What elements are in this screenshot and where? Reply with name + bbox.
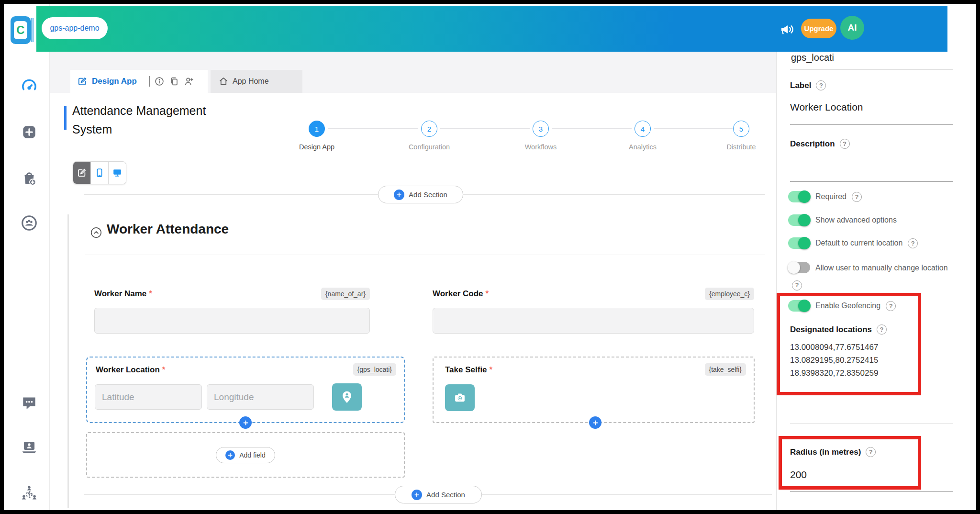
worker-code-field-tag: {employee_c} [705,288,754,300]
label-property-title: Label [790,81,811,90]
app-name-pill[interactable]: gps-app-demo [42,17,108,39]
label-property-value[interactable]: Worker Location [790,101,863,113]
help-icon[interactable]: ? [792,280,802,291]
tab-app-home[interactable]: App Home [211,70,302,93]
required-toggle[interactable] [788,191,810,202]
worker-location-label: Worker Location [96,365,160,374]
clappia-logo: C [11,15,34,46]
tab-design-app[interactable]: Design App [70,70,208,93]
dashboard-icon[interactable] [20,77,39,96]
marketplace-bag-icon[interactable] [20,168,39,188]
required-asterisk: * [486,289,489,298]
plus-icon [412,490,422,500]
longitude-input[interactable] [207,384,314,410]
geofencing-toggle-row: Enable Geofencing ? [788,300,896,312]
add-section-button-bottom[interactable]: Add Section [395,486,482,503]
add-user-icon[interactable] [184,76,194,87]
get-location-button[interactable] [332,383,362,411]
help-icon[interactable]: ? [908,238,918,248]
advanced-options-toggle-row: Show advanced options [788,214,897,226]
worker-name-input[interactable] [94,308,370,334]
community-help-icon[interactable] [20,483,39,503]
underline [790,124,953,125]
add-field-after-location-button[interactable] [239,416,252,429]
description-input-underline[interactable] [790,181,953,182]
camera-button[interactable] [445,384,475,411]
location-pin-person-icon [340,390,354,404]
design-canvas: Design App [49,52,776,510]
stepper-step-workflows[interactable]: 3 Workflows [505,121,577,151]
designated-location-value[interactable]: 13.0008094,77.6751467 [790,343,878,352]
stepper-step-distribute[interactable]: 5 Distribute [708,121,775,151]
plus-icon [225,450,235,460]
edit-mode-button[interactable] [73,162,91,184]
radius-value[interactable]: 200 [790,469,807,480]
stepper-step-configuration[interactable]: 2 Configuration [393,121,465,151]
worker-location-field-tag: {gps_locati} [353,363,396,376]
designated-location-value[interactable]: 18.9398320,72.8350259 [790,369,878,378]
app-window: C [0,0,980,514]
help-icon[interactable]: ? [866,447,876,457]
label-property-row: Label ? [790,80,826,90]
take-selfie-label: Take Selfie [445,365,487,374]
edit-pencil-icon [77,76,88,87]
user-avatar[interactable]: AI [840,16,864,40]
announcements-icon[interactable] [779,21,795,37]
designated-location-value[interactable]: 13.0829195,80.2752415 [790,356,878,365]
take-selfie-field-tag: {take_selfi} [705,363,746,376]
required-asterisk: * [162,365,166,374]
help-icon[interactable]: ? [840,139,850,149]
worker-name-label: Worker Name [94,289,146,298]
add-section-button-top[interactable]: Add Section [378,186,463,203]
logo-letter: C [14,21,27,39]
logo-stripes-decoration [31,18,34,42]
radius-row: Radius (in metres) ? [790,447,876,457]
allow-manual-location-toggle[interactable] [788,262,810,273]
description-property-row: Description ? [790,139,850,149]
tab-divider [149,76,150,87]
help-icon[interactable]: ? [886,301,896,311]
workplace-users-icon[interactable] [20,213,39,233]
worker-location-field-block[interactable]: Worker Location* {gps_locati} [86,357,405,423]
worker-code-label: Worker Code [433,289,483,298]
plus-icon [394,190,404,200]
field-internal-name: gps_locati [791,52,834,63]
stepper-step-design-app[interactable]: 1 Design App [281,121,353,151]
worker-name-field-tag: {name_of_ar} [321,288,370,300]
collapse-section-icon[interactable] [90,226,102,239]
highlight-box-radius [779,436,921,490]
info-icon[interactable] [154,76,165,87]
chat-support-icon[interactable] [20,393,39,413]
stepper-step-analytics[interactable]: 4 Analytics [607,121,679,151]
add-field-after-selfie-button[interactable] [589,416,601,429]
desktop-preview-button[interactable] [109,162,126,184]
upgrade-button[interactable]: Upgrade [801,19,836,38]
required-toggle-row: Required ? [788,191,862,202]
left-sidebar: C [4,4,50,510]
help-icon[interactable]: ? [877,324,887,335]
home-icon [218,76,229,87]
empty-field-slot: Add field [86,432,405,478]
training-laptop-icon[interactable] [20,438,39,458]
worker-code-input[interactable] [433,308,754,334]
help-icon[interactable]: ? [816,80,826,90]
latitude-input[interactable] [95,384,202,410]
default-location-toggle-row: Default to current location ? [788,237,918,249]
section-left-rail [67,214,69,508]
device-preview-toggle [73,161,126,184]
section-underline [85,255,765,255]
help-icon[interactable]: ? [852,192,862,202]
underline [790,69,953,69]
default-to-current-location-toggle[interactable] [788,237,810,249]
designated-locations-title: Designated locations [790,325,872,335]
radius-title: Radius (in metres) [790,447,861,457]
add-field-button[interactable]: Add field [216,447,275,463]
take-selfie-field-block[interactable]: Take Selfie* {take_selfi} [433,357,755,423]
duplicate-icon[interactable] [169,76,179,87]
show-advanced-options-toggle[interactable] [788,214,810,226]
enable-geofencing-toggle[interactable] [788,300,810,312]
add-app-icon[interactable] [20,123,39,142]
top-header-bar: gps-app-demo Upgrade AI [36,6,947,52]
mobile-preview-button[interactable] [91,162,109,184]
section-title: Worker Attendance [107,222,229,237]
